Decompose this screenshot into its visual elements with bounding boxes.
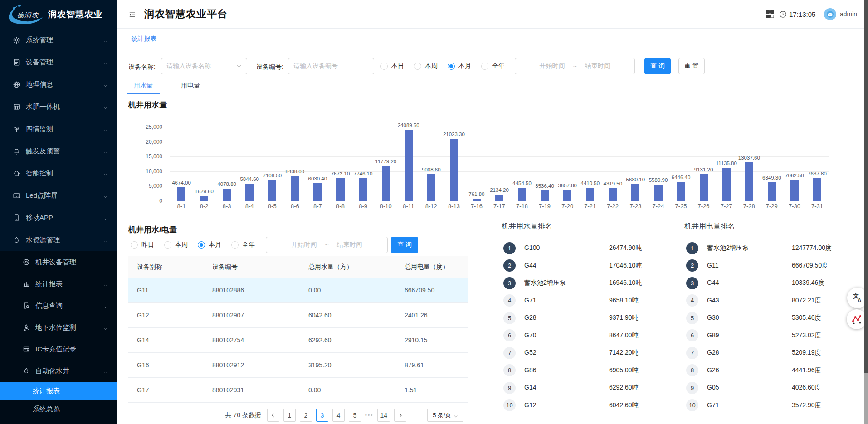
y-tick-label: 25,000 [131,124,162,130]
menu-collapse-icon[interactable] [128,12,136,18]
ranking-device-name: G71 [707,401,719,409]
sidebar-nested-item[interactable]: 系统总览 [0,400,117,418]
device-name-select[interactable]: 请输入设备名称 [161,58,247,74]
sidebar-item[interactable]: 智能控制 [0,162,117,185]
table-cell: 666709.50 [396,287,468,294]
table-cell: 6042.60 [300,312,396,319]
table-cell: 880102912 [204,361,300,369]
svg-text:A: A [858,297,862,304]
table-cell: 2910.15 [396,336,468,344]
bar-value-label: 4674.00 [160,180,203,185]
usage-date-range-input[interactable]: 开始时间 ~ 结束时间 [266,237,388,253]
sidebar-subitem[interactable]: IC卡充值记录 [0,338,117,360]
usage-range-separator: ~ [325,241,328,249]
ranking-device-name: G26 [707,366,719,374]
table-row[interactable]: G128801029076042.602401.26 [128,303,468,328]
prev-page-button[interactable] [267,409,279,422]
page-button-14[interactable]: 14 [377,409,390,422]
table-row[interactable]: G168801029123195.20879.61 [128,353,468,378]
sidebar-item[interactable]: Led点阵屏 [0,185,117,207]
column-header: 总用电量（度） [396,263,468,271]
x-tick-label: 8-7 [305,203,330,210]
bar-7-29 [768,182,776,201]
sidebar-item[interactable]: 四情监测 [0,118,117,140]
tab-statistics-report[interactable]: 统计报表 [124,30,164,47]
ranking-value: 666709.50度 [792,262,828,270]
page-button-2[interactable]: 2 [300,409,312,422]
x-tick-label: 7-29 [759,203,785,210]
page-button-5[interactable]: 5 [349,409,361,422]
table-cell: G11 [128,287,204,294]
rank-badge: 10 [503,399,516,411]
ranking-row: 9G146292.60吨 [502,379,656,397]
sidebar-subitem[interactable]: 统计报表 [0,273,117,295]
y-tick-label: 20,000 [131,139,162,145]
x-tick-label: 8-1 [169,203,194,210]
ranking-value: 4026.60度 [792,384,821,392]
searchdoc-icon [23,302,30,309]
next-page-button[interactable] [394,409,406,422]
table-row[interactable]: G178801029310.001.51 [128,378,468,403]
page-size-select[interactable]: 5 条/页 [427,409,463,422]
ranking-title: 机井用电量排名 [684,222,839,234]
sidebar-item[interactable]: 触发及预警 [0,140,117,162]
ranking-device-name: G05 [707,384,719,391]
bar-8-8 [336,178,345,201]
scrollbar-thumb[interactable] [864,0,868,373]
page-ellipsis[interactable]: ••• [365,412,374,419]
page-button-1[interactable]: 1 [283,409,296,422]
gridline [170,142,829,142]
radio-全年[interactable]: 全年 [481,62,505,70]
radio-本周[interactable]: 本周 [414,62,438,70]
table-cell: G14 [128,336,204,344]
page-button-3[interactable]: 3 [316,409,328,422]
table-row[interactable]: G118801028860.00666709.50 [128,278,468,303]
reset-button[interactable]: 重 置 [678,58,705,74]
sidebar-item[interactable]: 系统管理 [0,29,117,51]
sidebar-item[interactable]: 水资源管理 [0,229,117,251]
sidebar-item[interactable]: 地理信息 [0,73,117,96]
radio-本月[interactable]: 本月 [448,62,471,70]
apps-grid-icon[interactable] [766,10,775,19]
ranking-device-name: G70 [524,331,536,339]
x-tick-label: 7-17 [487,203,512,210]
radio-本日[interactable]: 本日 [380,62,404,70]
metric-tab-active[interactable]: 用水量 [127,78,160,94]
date-range-input[interactable]: 开始时间 ~ 结束时间 [515,58,635,74]
bar-8-5 [268,180,276,201]
metric-tab-inactive[interactable]: 用电量 [174,78,207,94]
sidebar-subitem[interactable]: 自动化水井 [0,360,117,382]
radio-昨日[interactable]: 昨日 [131,241,154,249]
sidebar-item[interactable]: 移动APP [0,207,117,229]
electricity-usage-ranking: 机井用电量排名1蓄水池2增压泵1247774.00度2G11666709.50度… [684,222,839,414]
avatar[interactable] [824,8,836,20]
sidebar-item[interactable]: 水肥一体机 [0,96,117,118]
radio-本月[interactable]: 本月 [198,241,221,249]
bar-7-30 [790,180,799,201]
radio-本周[interactable]: 本周 [164,241,188,249]
chevron-down-icon [103,82,108,87]
sidebar-item[interactable]: 设备管理 [0,51,117,73]
ranking-device-name: G11 [707,262,718,269]
sidebar-subitem[interactable]: 信息查询 [0,295,117,317]
sidebar-subitem[interactable]: 地下水位监测 [0,317,117,338]
ranking-device-name: G86 [524,366,536,374]
ranking-row: 4G438072.21度 [684,292,839,310]
ranking-row: 4G719658.10吨 [502,292,656,310]
radio-全年[interactable]: 全年 [231,241,255,249]
sidebar-subitem[interactable]: 机井设备管理 [0,251,117,273]
device-no-input[interactable]: 请输入设备编号 [288,58,374,74]
bar-7-21 [586,188,594,201]
x-tick-label: 8-12 [419,203,444,210]
page-button-4[interactable]: 4 [332,409,345,422]
sidebar-nested-item-active[interactable]: 统计报表 [0,382,117,400]
scrollbar-track[interactable] [864,0,868,424]
bar-value-label: 2134.20 [478,187,521,193]
water-usage-ranking: 机井用水量排名1G10026474.90吨2G4417046.10吨3蓄水池2增… [502,222,656,414]
username[interactable]: admin [840,10,857,18]
ranking-device-name: G28 [524,314,536,321]
usage-search-button[interactable]: 查 询 [391,237,418,253]
search-button[interactable]: 查 询 [644,58,671,74]
table-row[interactable]: G148801027546292.602910.15 [128,328,468,353]
ranking-device-name: G71 [524,297,536,304]
